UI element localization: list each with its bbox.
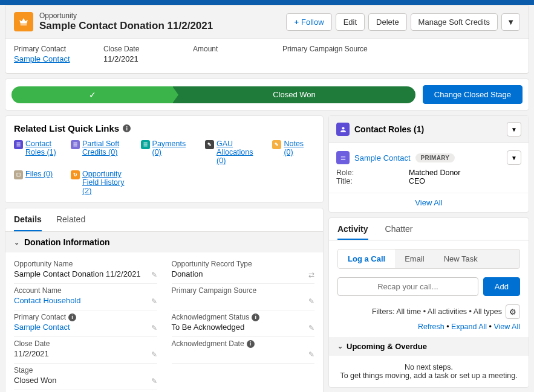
edit-pencil-icon[interactable]: ✎	[151, 324, 157, 332]
ack-date-label: Acknowledgment Date	[172, 339, 244, 348]
primary-contact-detail-link[interactable]: Sample Contact	[14, 323, 157, 333]
manage-soft-credits-button[interactable]: Manage Soft Credits	[411, 13, 498, 31]
check-icon: ✓	[89, 90, 96, 100]
info-icon[interactable]: i	[68, 313, 76, 321]
edit-pencil-icon[interactable]: ✎	[151, 297, 157, 306]
tab-activity[interactable]: Activity	[337, 224, 368, 240]
section-donation-info: Donation Information	[24, 237, 110, 247]
ack-date-value	[172, 349, 315, 359]
gear-icon[interactable]: ⚙	[506, 304, 520, 319]
ql-partial-soft-credits[interactable]: Partial Soft Credits (0)	[82, 140, 132, 156]
contact-roles-view-all[interactable]: View All	[329, 193, 529, 212]
expand-all-link[interactable]: Expand All	[451, 323, 487, 331]
record-type-value: Donation	[172, 269, 315, 280]
contact-roles-menu-button[interactable]: ▼	[507, 122, 521, 137]
close-date-label: Close Date	[103, 45, 164, 53]
ack-status-value: To Be Acknowledged	[172, 323, 315, 333]
role-label: Role:	[336, 169, 409, 177]
ql-gau-allocations[interactable]: GAU Allocations (0)	[217, 140, 264, 165]
close-date-value: 11/2/2021	[103, 54, 164, 63]
activity-filters-text: Filters: All time • All activities • All…	[372, 307, 502, 316]
edit-pencil-icon[interactable]: ✎	[151, 377, 157, 385]
edit-pencil-icon[interactable]: ✎	[308, 324, 314, 332]
ql-notes[interactable]: Notes (0)	[284, 140, 314, 156]
role-value: Matched Donor	[409, 169, 460, 177]
more-actions-button[interactable]: ▼	[501, 13, 520, 31]
subtab-new-task[interactable]: New Task	[434, 249, 487, 268]
stage-detail-label: Stage	[14, 366, 157, 374]
follow-button[interactable]: +Follow	[286, 13, 331, 31]
contact-role-name-link[interactable]: Sample Contact	[354, 153, 411, 162]
primary-contact-link[interactable]: Sample Contact	[14, 54, 74, 63]
opp-name-label: Opportunity Name	[14, 260, 157, 268]
record-type-label: Opportunity	[39, 11, 286, 20]
refresh-link[interactable]: Refresh	[418, 323, 444, 331]
ql-contact-roles[interactable]: Contact Roles (1)	[25, 140, 62, 156]
upcoming-overdue-title: Upcoming & Overdue	[347, 342, 427, 351]
related-list-quick-links-title: Related List Quick Links i	[14, 123, 314, 133]
ql-files[interactable]: Files (0)	[25, 170, 53, 178]
campaign-detail-value	[172, 296, 315, 306]
contact-roles-icon	[336, 123, 350, 136]
account-name-link[interactable]: Contact Household	[14, 296, 157, 306]
stage-path[interactable]: ✓ Closed Won	[11, 86, 415, 103]
change-record-type-icon[interactable]: ⇄	[308, 271, 314, 279]
info-icon[interactable]: i	[123, 124, 131, 132]
recap-call-input[interactable]	[337, 277, 478, 296]
stage-detail-value: Closed Won	[14, 376, 157, 386]
chevron-down-icon[interactable]: ⌄	[14, 239, 19, 246]
primary-badge: PRIMARY	[415, 153, 455, 162]
edit-pencil-icon[interactable]: ✎	[308, 350, 314, 359]
edit-pencil-icon[interactable]: ✎	[151, 350, 157, 359]
campaign-detail-label: Primary Campaign Source	[172, 286, 315, 295]
page-title: Sample Contact Donation 11/2/2021	[39, 20, 286, 32]
chevron-down-icon[interactable]: ⌄	[337, 342, 343, 350]
subtab-log-a-call[interactable]: Log a Call	[338, 249, 395, 268]
contact-role-item-menu[interactable]: ▼	[507, 150, 521, 165]
delete-button[interactable]: Delete	[368, 13, 407, 31]
primary-contact-detail-label: Primary Contact	[14, 313, 66, 321]
info-icon[interactable]: i	[247, 340, 255, 348]
contact-roles-title: Contact Roles (1)	[354, 124, 502, 134]
amount-label: Amount	[193, 45, 253, 53]
opp-name-value: Sample Contact Donation 11/2/2021	[14, 269, 157, 280]
contact-icon: ☰	[336, 151, 350, 164]
tab-chatter[interactable]: Chatter	[385, 224, 413, 240]
edit-pencil-icon[interactable]: ✎	[308, 297, 314, 306]
tab-details[interactable]: Details	[14, 208, 42, 231]
view-all-link[interactable]: View All	[493, 323, 520, 331]
ql-payments[interactable]: Payments (0)	[152, 140, 197, 156]
ack-status-label: Acknowledgment Status	[172, 313, 250, 321]
info-icon[interactable]: i	[252, 313, 259, 321]
no-next-steps-line1: No next steps.	[337, 363, 520, 371]
close-date-detail-label: Close Date	[14, 339, 157, 348]
edit-pencil-icon[interactable]: ✎	[151, 271, 157, 279]
stage-closed-won[interactable]: Closed Won	[173, 86, 415, 103]
opportunity-icon	[14, 12, 33, 31]
change-closed-stage-button[interactable]: Change Closed Stage	[423, 85, 523, 104]
tab-related[interactable]: Related	[56, 208, 85, 231]
subtab-email[interactable]: Email	[395, 249, 434, 268]
edit-button[interactable]: Edit	[336, 13, 365, 31]
ql-opportunity-field-history[interactable]: Opportunity Field History (2)	[82, 170, 132, 195]
record-type-label: Opportunity Record Type	[172, 260, 315, 268]
add-button[interactable]: Add	[483, 277, 520, 296]
primary-contact-label: Primary Contact	[14, 45, 74, 53]
no-next-steps-line2: To get things moving, add a task or set …	[337, 371, 520, 380]
title-label: Title:	[336, 177, 409, 185]
account-name-label: Account Name	[14, 286, 157, 295]
campaign-label: Primary Campaign Source	[282, 45, 368, 53]
title-value: CEO	[409, 177, 425, 185]
close-date-detail-value: 11/2/2021	[14, 349, 157, 359]
